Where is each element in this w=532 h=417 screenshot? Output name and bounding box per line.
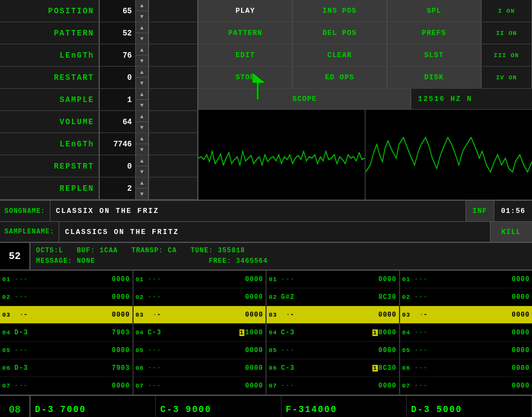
song-inf[interactable]: INF xyxy=(466,201,494,221)
track-row-2-2[interactable]: 03---0000 xyxy=(267,306,399,324)
slength-up[interactable]: ▲ xyxy=(136,133,148,144)
sample-down[interactable]: ▼ xyxy=(136,100,148,110)
track-row-1-0[interactable]: 01---0000 xyxy=(134,271,266,288)
track-row-3-0[interactable]: 01---0000 xyxy=(400,271,533,288)
track-row-0-6[interactable]: 07---0000 xyxy=(0,377,132,395)
ed-ops-button[interactable]: ED OPS xyxy=(293,67,387,88)
row-num-1-4: 05 xyxy=(136,347,148,354)
edit-button[interactable]: EDIT xyxy=(198,44,293,66)
repstrt-up[interactable]: ▲ xyxy=(136,155,148,166)
btn-row-1: PLAY INS POS SPL I ON xyxy=(198,0,532,22)
replen-spinner[interactable]: ▲ ▼ xyxy=(136,177,149,199)
track-row-0-0[interactable]: 01---0000 xyxy=(0,271,132,288)
track-row-2-6[interactable]: 07---0000 xyxy=(267,377,399,395)
replen-down[interactable]: ▼ xyxy=(136,189,148,199)
slength-down[interactable]: ▼ xyxy=(136,144,148,155)
scope-button[interactable]: SCOPE xyxy=(198,89,411,109)
stop-button[interactable]: STOP xyxy=(198,67,293,88)
note-data-0-1: --- xyxy=(14,293,112,301)
del-pos-button[interactable]: DEL POS xyxy=(293,22,387,44)
track-row-0-3[interactable]: 04D-37903 xyxy=(0,324,132,342)
spl-button[interactable]: SPL xyxy=(387,0,482,22)
track-row-0-4[interactable]: 05---0000 xyxy=(0,342,132,359)
pattern-down[interactable]: ▼ xyxy=(136,33,148,44)
vol-data-1-6: 0000 xyxy=(245,382,263,390)
row-num-3-6: 07 xyxy=(402,383,415,389)
volume-spinner[interactable]: ▲ ▼ xyxy=(136,111,149,133)
note-data-1-5: --- xyxy=(148,364,245,372)
track-column-3: 01---000002---000003---000004---000005--… xyxy=(400,271,533,395)
replen-value: 2 xyxy=(100,177,136,199)
pattern-spinner[interactable]: ▲ ▼ xyxy=(136,22,149,44)
sample-spinner[interactable]: ▲ ▼ xyxy=(136,89,149,110)
on3-button[interactable]: III ON xyxy=(482,44,532,66)
note-data-0-3: D-3 xyxy=(14,329,112,337)
note-data-1-4: --- xyxy=(148,347,245,354)
prefs-button[interactable]: PREFS xyxy=(387,22,482,44)
position-spinner[interactable]: ▲ ▼ xyxy=(136,0,149,22)
track-row-3-5[interactable]: 06---0000 xyxy=(400,359,533,377)
track-row-3-1[interactable]: 02---0000 xyxy=(400,288,533,306)
pattern-up[interactable]: ▲ xyxy=(136,22,148,33)
slst-button[interactable]: SLST xyxy=(387,44,482,66)
track-row-3-2[interactable]: 03---0000 xyxy=(400,306,533,324)
ins-pos-button[interactable]: INS POS xyxy=(293,0,387,22)
track-row-1-5[interactable]: 06---0000 xyxy=(134,359,266,377)
note-data-3-2: --- xyxy=(415,311,512,319)
disk-button[interactable]: DISK xyxy=(387,67,482,88)
track-row-1-1[interactable]: 02---0000 xyxy=(134,288,266,306)
kill-button[interactable]: KILL xyxy=(490,222,532,242)
bottom-val-1: 9000 xyxy=(186,405,211,415)
restart-down[interactable]: ▼ xyxy=(136,78,148,88)
position-down[interactable]: ▼ xyxy=(136,11,148,22)
track-row-2-3[interactable]: 04C-318000 xyxy=(267,324,399,342)
position-up[interactable]: ▲ xyxy=(136,0,148,11)
track-row-0-5[interactable]: 06D-37903 xyxy=(0,359,132,377)
note-data-0-6: --- xyxy=(14,382,112,390)
track-row-2-4[interactable]: 05---0000 xyxy=(267,342,399,359)
track-row-3-4[interactable]: 05---0000 xyxy=(400,342,533,359)
pattern-button[interactable]: PATTERN xyxy=(198,22,293,44)
replen-up[interactable]: ▲ xyxy=(136,177,148,189)
track-row-2-1[interactable]: 02G#28C30 xyxy=(267,288,399,306)
track-row-1-6[interactable]: 07---0000 xyxy=(134,377,266,395)
track-row-1-3[interactable]: 04C-311000 xyxy=(134,324,266,342)
restart-up[interactable]: ▲ xyxy=(136,67,148,78)
on4-button[interactable]: IV ON xyxy=(482,67,532,88)
sample-up[interactable]: ▲ xyxy=(136,89,148,100)
track-row-1-2[interactable]: 03---0000 xyxy=(134,306,266,324)
vol-data-3-5: 0000 xyxy=(511,364,530,372)
track-row-2-5[interactable]: 06C-318C30 xyxy=(267,359,399,377)
slength-spinner[interactable]: ▲ ▼ xyxy=(136,133,149,155)
track-row-0-2[interactable]: 03---0000 xyxy=(0,306,132,324)
restart-row: RESTART 0 ▲ ▼ xyxy=(0,67,197,89)
row-num-0-1: 02 xyxy=(2,294,14,301)
bottom-note-1: C-3 xyxy=(160,405,180,415)
repstrt-spinner[interactable]: ▲ ▼ xyxy=(136,155,149,177)
length-up[interactable]: ▲ xyxy=(136,44,148,55)
restart-spinner[interactable]: ▲ ▼ xyxy=(136,67,149,88)
row-num-2-5: 06 xyxy=(269,365,281,372)
clear-button[interactable]: CLEAR xyxy=(293,44,387,66)
on1-button[interactable]: I ON xyxy=(482,0,532,22)
volume-row: VOLUME 64 ▲ ▼ xyxy=(0,111,197,133)
volume-down[interactable]: ▼ xyxy=(136,122,148,133)
track-row-3-6[interactable]: 07---0000 xyxy=(400,377,533,395)
track-row-3-3[interactable]: 04---0000 xyxy=(400,324,533,342)
bottom-cell-1: C-3 9000 xyxy=(156,396,281,417)
volume-up[interactable]: ▲ xyxy=(136,111,148,122)
song-bar: SONGNAME: CLASSIX ON THE FRIZ INF 01:56 xyxy=(0,201,532,222)
note-data-1-1: --- xyxy=(148,293,245,301)
vol-data-1-3: 1000 xyxy=(245,329,263,337)
repstrt-down[interactable]: ▼ xyxy=(136,166,148,177)
on2-button[interactable]: II ON xyxy=(482,22,532,44)
track-row-2-0[interactable]: 01---0000 xyxy=(267,271,399,288)
track-row-0-1[interactable]: 02---0000 xyxy=(0,288,132,306)
length-down[interactable]: ▼ xyxy=(136,55,148,66)
vol-data-3-3: 0000 xyxy=(511,329,530,337)
octs-info: OCTS:L xyxy=(36,247,63,255)
play-button[interactable]: PLAY xyxy=(198,0,293,22)
vol-data-2-6: 0000 xyxy=(378,382,397,390)
length-spinner[interactable]: ▲ ▼ xyxy=(136,44,149,66)
track-row-1-4[interactable]: 05---0000 xyxy=(134,342,266,359)
